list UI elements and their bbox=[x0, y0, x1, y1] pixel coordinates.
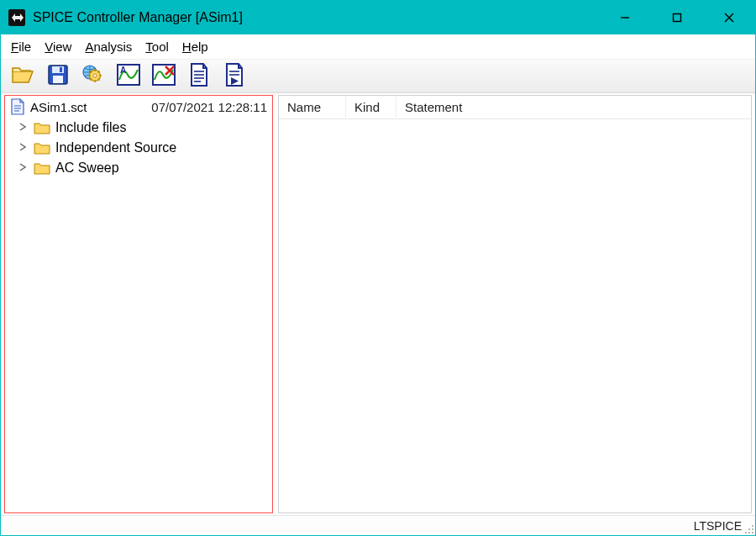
tree-item-label: Independent Source bbox=[55, 140, 176, 155]
toolbar-document-run-button[interactable] bbox=[219, 62, 249, 91]
column-header-name[interactable]: Name bbox=[279, 97, 346, 118]
toolbar-plot-x-button[interactable] bbox=[149, 62, 179, 91]
toolbar-save-button[interactable] bbox=[43, 62, 73, 91]
folder-open-icon bbox=[10, 64, 35, 88]
toolbar-document-button[interactable] bbox=[184, 62, 214, 91]
toolbar-settings-button[interactable] bbox=[78, 62, 108, 91]
folder-icon bbox=[34, 120, 50, 135]
waveform-x-icon bbox=[151, 63, 176, 89]
svg-rect-40 bbox=[752, 532, 753, 533]
column-header-statement[interactable]: Statement bbox=[396, 97, 751, 118]
document-play-icon bbox=[223, 62, 245, 90]
detail-header: Name Kind Statement bbox=[279, 96, 751, 119]
app-window: SPICE Controller Manager [ASim1] File Vi… bbox=[0, 0, 756, 536]
maximize-button[interactable] bbox=[651, 1, 703, 34]
svg-point-11 bbox=[93, 74, 97, 77]
menu-analysis[interactable]: Analysis bbox=[80, 38, 137, 55]
close-button[interactable] bbox=[703, 1, 755, 34]
chevron-right-icon[interactable] bbox=[17, 142, 29, 154]
tree-item-label: AC Sweep bbox=[55, 160, 119, 176]
minimize-button[interactable] bbox=[599, 1, 651, 34]
menubar: File View Analysis Tool Help bbox=[1, 34, 755, 60]
folder-icon bbox=[34, 160, 50, 176]
window-title: SPICE Controller Manager [ASim1] bbox=[33, 10, 243, 25]
tree-item-acsweep[interactable]: AC Sweep bbox=[5, 158, 272, 178]
gear-globe-icon bbox=[81, 63, 106, 89]
svg-rect-2 bbox=[674, 14, 681, 22]
svg-rect-7 bbox=[53, 76, 63, 83]
tree-item-label: Include files bbox=[55, 120, 127, 135]
svg-rect-8 bbox=[60, 67, 62, 72]
menu-help[interactable]: Help bbox=[177, 38, 213, 55]
titlebar[interactable]: SPICE Controller Manager [ASim1] bbox=[1, 1, 755, 34]
column-header-kind[interactable]: Kind bbox=[346, 97, 396, 118]
menu-tool[interactable]: Tool bbox=[140, 38, 174, 55]
detail-body[interactable] bbox=[279, 119, 751, 512]
document-lines-icon bbox=[188, 62, 210, 90]
tree-panel[interactable]: ASim1.sct 07/07/2021 12:28:11 Include fi… bbox=[4, 95, 273, 513]
tree-root-item[interactable]: ASim1.sct 07/07/2021 12:28:11 bbox=[5, 96, 272, 118]
tree-item-include[interactable]: Include files bbox=[5, 118, 272, 138]
svg-rect-35 bbox=[752, 525, 753, 527]
workspace: ASim1.sct 07/07/2021 12:28:11 Include fi… bbox=[1, 93, 755, 515]
tree-item-indep[interactable]: Independent Source bbox=[5, 138, 272, 158]
floppy-icon bbox=[46, 63, 70, 89]
svg-rect-38 bbox=[745, 532, 747, 533]
menu-view[interactable]: View bbox=[39, 38, 76, 55]
tree-root-filename: ASim1.sct bbox=[30, 100, 87, 114]
statusbar: LTSPICE bbox=[1, 515, 755, 535]
resize-grip[interactable] bbox=[743, 523, 755, 535]
script-file-icon bbox=[10, 99, 25, 114]
tree-root-timestamp: 07/07/2021 12:28:11 bbox=[151, 100, 267, 114]
app-icon bbox=[8, 8, 26, 27]
toolbar-plot-a-button[interactable]: A bbox=[113, 62, 144, 91]
svg-rect-39 bbox=[748, 532, 750, 533]
waveform-a-icon: A bbox=[116, 63, 141, 89]
detail-panel[interactable]: Name Kind Statement bbox=[278, 95, 752, 513]
chevron-right-icon[interactable] bbox=[17, 162, 29, 174]
toolbar: A bbox=[1, 60, 755, 93]
chevron-right-icon[interactable] bbox=[17, 122, 29, 134]
menu-file[interactable]: File bbox=[6, 38, 36, 55]
svg-rect-36 bbox=[748, 528, 750, 530]
svg-text:A: A bbox=[120, 66, 126, 75]
svg-rect-37 bbox=[752, 528, 753, 530]
toolbar-open-button[interactable] bbox=[8, 62, 38, 91]
folder-icon bbox=[34, 140, 50, 155]
statusbar-text: LTSPICE bbox=[694, 519, 742, 533]
